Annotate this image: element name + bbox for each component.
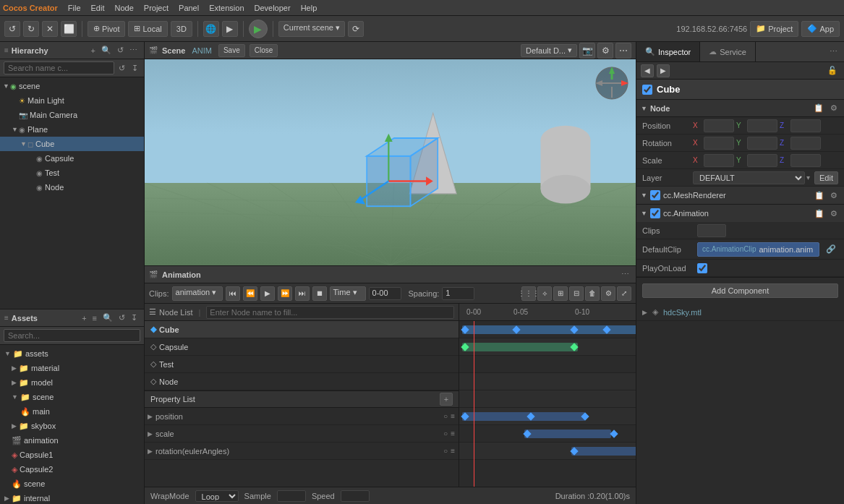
undo-button[interactable]: ↺	[4, 21, 20, 37]
tree-item-mainlight[interactable]: ☀ Main Light	[0, 93, 144, 108]
node-name-input[interactable]	[206, 306, 454, 319]
sample-input[interactable]: 60	[277, 490, 306, 502]
assets-search-btn2[interactable]: 🔍	[101, 312, 115, 323]
nav-back-btn[interactable]: ◀	[641, 64, 654, 77]
hierarchy-more-btn[interactable]: ⋯	[127, 45, 140, 56]
asset-item-capsule1[interactable]: ◈ Capsule1	[0, 448, 144, 462]
local-button[interactable]: ⊞ Local	[128, 21, 167, 37]
tree-item-maincamera[interactable]: 📷 Main Camera	[0, 108, 144, 122]
pos-z-input[interactable]: 0	[790, 119, 821, 132]
tab-service[interactable]: ☁ Service	[700, 42, 756, 61]
hierarchy-search-btn[interactable]: 🔍	[99, 45, 114, 56]
assets-add-btn[interactable]: +	[80, 312, 88, 323]
lock-btn[interactable]: 🔓	[825, 65, 840, 76]
time-display[interactable]: 0-00	[369, 287, 401, 300]
scene-canvas[interactable]	[145, 59, 636, 265]
scene-selector[interactable]: Current scene ▾	[278, 21, 345, 37]
3d-button[interactable]: 3D	[171, 21, 192, 37]
scale-d2[interactable]	[610, 430, 618, 437]
scale-list-btn[interactable]: ≡	[450, 429, 456, 438]
pos-list-btn[interactable]: ≡	[450, 411, 456, 421]
node-enabled-check[interactable]	[642, 85, 652, 95]
anim-grid-btn[interactable]: ⋮⋮⋮	[521, 286, 536, 301]
settings-button[interactable]: ⬜	[61, 21, 77, 37]
anim-node-capsule[interactable]: ◇ Capsule	[145, 338, 459, 356]
track-node[interactable]	[459, 373, 636, 390]
menu-help[interactable]: Help	[297, 0, 322, 15]
asset-item-capsule2[interactable]: ◈ Capsule2	[0, 462, 144, 477]
anim-icon-btn[interactable]: ANIM	[189, 46, 214, 56]
redo-button[interactable]: ↻	[23, 21, 39, 37]
track-capsule[interactable]	[459, 338, 636, 356]
asset-item-material[interactable]: ▶ 📁 material	[0, 361, 144, 375]
scale-y-input[interactable]: 1	[747, 154, 777, 167]
anim-next-btn[interactable]: ⏩	[278, 286, 292, 301]
anim-comp-settings-btn[interactable]: ⚙	[828, 208, 840, 219]
tree-item-scene[interactable]: ▼ ◉ scene	[0, 79, 144, 93]
track-cube[interactable]	[459, 321, 636, 338]
assets-sort-btn[interactable]: ↧	[129, 312, 140, 323]
globe2-button[interactable]: ▶	[222, 21, 238, 37]
anim-comp-check[interactable]	[650, 208, 660, 218]
playhead[interactable]	[474, 321, 474, 487]
pos-x-input[interactable]: 0	[704, 119, 734, 132]
mesh-renderer-header[interactable]: ▼ cc.MeshRenderer 📋 ⚙	[636, 187, 844, 204]
assets-list-btn[interactable]: ≡	[90, 312, 99, 323]
asset-item-skybox[interactable]: ▶ 📁 skybox	[0, 419, 144, 433]
assets-refresh-btn[interactable]: ↺	[116, 312, 127, 323]
asset-item-internal[interactable]: ▶ 📁 internal	[0, 491, 144, 504]
asset-item-animation[interactable]: 🎬 animation	[0, 433, 144, 448]
inspector-tab-more[interactable]: ⋯	[827, 46, 844, 57]
tree-item-node[interactable]: ◉ Node	[0, 180, 144, 195]
asset-item-model[interactable]: ▶ 📁 model	[0, 375, 144, 390]
asset-item-main[interactable]: 🔥 main	[0, 404, 144, 419]
app-button[interactable]: 🔷 App	[801, 21, 840, 37]
anim-panel-more[interactable]: ⋯	[619, 269, 631, 280]
spacing-input[interactable]: 1	[442, 287, 474, 300]
playonload-check[interactable]	[697, 263, 707, 273]
tab-inspector[interactable]: 🔍 Inspector	[636, 42, 700, 61]
scale-x-input[interactable]: 1	[704, 154, 734, 167]
hierarchy-filter-btn[interactable]: ↺	[116, 63, 127, 74]
hierarchy-search-input[interactable]	[4, 61, 114, 74]
asset-item-assets[interactable]: ▼ 📁 assets	[0, 346, 144, 361]
menu-panel[interactable]: Panel	[174, 0, 203, 15]
anim-comp-header[interactable]: ▼ cc.Animation 📋 ⚙	[636, 205, 844, 222]
rot-circle-btn[interactable]: ○	[443, 446, 448, 456]
refresh-button[interactable]: ⟳	[348, 21, 364, 37]
track-position[interactable]	[459, 408, 636, 425]
menu-file[interactable]: File	[64, 0, 85, 15]
rot-y-input[interactable]: 0	[747, 137, 777, 150]
wrap-mode-select[interactable]: Loop	[195, 490, 239, 502]
tree-item-capsule[interactable]: ◉ Capsule	[0, 151, 144, 166]
anim-node-cube[interactable]: ◆ Cube	[145, 321, 459, 338]
pivot-button[interactable]: ⊕ Pivot	[88, 21, 125, 37]
tree-item-test[interactable]: ◉ Test	[0, 166, 144, 180]
asset-item-scene-file[interactable]: 🔥 scene	[0, 477, 144, 491]
anim-copy-btn[interactable]: 📋	[812, 208, 827, 219]
inspector-more-btn[interactable]: ⋯	[827, 46, 840, 57]
pos-y-input[interactable]: 0.5	[747, 119, 777, 132]
clip-ref-link-btn[interactable]: 🔗	[824, 244, 838, 255]
scale-z-input[interactable]: 1	[790, 154, 821, 167]
add-component-btn[interactable]: Add Component	[642, 283, 838, 298]
compass-widget[interactable]	[594, 65, 630, 101]
anim-save-btn[interactable]: Save	[218, 44, 245, 57]
assets-search-input[interactable]	[4, 329, 140, 342]
mesh-renderer-check[interactable]	[650, 190, 660, 200]
node-settings-btn[interactable]: ⚙	[828, 103, 840, 114]
play-button[interactable]: ▶	[249, 20, 268, 38]
anim-node-node[interactable]: ◇ Node	[145, 373, 459, 390]
menu-project[interactable]: Project	[140, 0, 173, 15]
track-scale[interactable]	[459, 425, 636, 443]
mesh-settings-btn[interactable]: ⚙	[828, 190, 840, 201]
anim-start-btn[interactable]: ⏮	[226, 286, 240, 301]
inspector-lock-btn[interactable]: 🔓	[825, 65, 840, 76]
clip-selector[interactable]: animation ▾	[172, 286, 223, 301]
rot-x-input[interactable]: 0	[704, 137, 734, 150]
track-rotation[interactable]	[459, 443, 636, 460]
node-copy-btn[interactable]: 📋	[811, 103, 826, 114]
track-test[interactable]	[459, 356, 636, 373]
anim-key-btn[interactable]: ⟡	[537, 286, 552, 301]
menu-edit[interactable]: Edit	[87, 0, 109, 15]
